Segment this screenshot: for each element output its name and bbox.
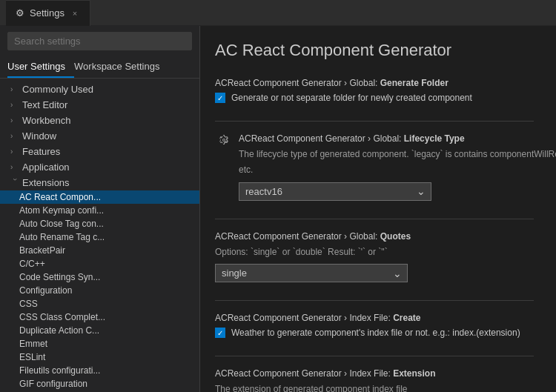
nav-item-extensions[interactable]: › Extensions	[0, 175, 199, 190]
search-input[interactable]	[7, 32, 192, 50]
sidebar: User Settings Workspace Settings › Commo…	[0, 26, 200, 392]
arrow-icon: ›	[10, 85, 19, 93]
checkbox-generate-folder[interactable]	[215, 93, 225, 103]
main-layout: User Settings Workspace Settings › Commo…	[0, 26, 556, 392]
arrow-icon: ›	[10, 163, 19, 171]
settings-tabs: User Settings Workspace Settings	[0, 56, 199, 79]
setting-desc-lifecycle: The lifecycle type of generated componen…	[239, 148, 556, 161]
nav-item-window[interactable]: › Window	[0, 128, 199, 144]
checkbox-row-generate-folder: Generate or not separate folder for newl…	[215, 93, 534, 103]
setting-desc-lifecycle-suffix: etc.	[239, 164, 556, 176]
tab-user-settings[interactable]: User Settings	[7, 56, 74, 78]
divider-4	[215, 356, 534, 356]
checkbox-index-create[interactable]	[215, 328, 225, 338]
ext-configuration[interactable]: Configuration	[0, 284, 199, 297]
gear-icon	[215, 133, 233, 147]
setting-index-extension: ACReact Component Generator › Index File…	[215, 368, 534, 392]
settings-tab[interactable]: ⚙ Settings ×	[6, 0, 90, 26]
ext-duplicate-action[interactable]: Duplicate Action C...	[0, 324, 199, 337]
divider-2	[215, 219, 534, 219]
arrow-icon: ›	[10, 101, 19, 109]
setting-quotes: ACReact Component Generator › Global: Qu…	[215, 231, 534, 283]
ext-bracket-pair[interactable]: BracketPair	[0, 244, 199, 257]
checkbox-label-index-create: Weather to generate component's index fi…	[231, 328, 520, 338]
setting-header-generate-folder: ACReact Component Generator › Global: Ge…	[215, 78, 534, 88]
setting-index-create: ACReact Component Generator › Index File…	[215, 313, 534, 338]
extension-sub-items: AC React Compon... Atom Keymap confi... …	[0, 190, 199, 392]
setting-header-index-ext: ACReact Component Generator › Index File…	[215, 368, 534, 379]
ext-eslint[interactable]: ESLint	[0, 351, 199, 364]
nav-item-application[interactable]: › Application	[0, 159, 199, 175]
search-bar-container	[0, 26, 199, 56]
lifecycle-type-select[interactable]: reactv16 legacy	[239, 182, 431, 201]
arrow-icon: ›	[10, 132, 19, 140]
settings-tab-close[interactable]: ×	[69, 7, 81, 19]
setting-generate-folder: ACReact Component Generator › Global: Ge…	[215, 78, 534, 103]
lifecycle-type-content: ACReact Component Generator › Global: Li…	[239, 133, 556, 201]
ext-cpp[interactable]: C/C++	[0, 257, 199, 270]
divider-1	[215, 121, 534, 122]
ext-ac-react[interactable]: AC React Compon...	[0, 190, 199, 204]
settings-tab-label: Settings	[30, 7, 64, 19]
setting-header-quotes: ACReact Component Generator › Global: Qu…	[215, 231, 534, 242]
setting-desc-quotes: Options: `single` or `double` Result: `'…	[215, 246, 534, 259]
ext-auto-close-tag[interactable]: Auto Close Tag con...	[0, 217, 199, 230]
quotes-select[interactable]: single double	[215, 264, 408, 282]
nav-item-commonly-used[interactable]: › Commonly Used	[0, 82, 199, 97]
content-area: AC React Component Generator ACReact Com…	[200, 26, 556, 392]
quotes-select-wrapper: single double	[215, 264, 408, 282]
checkbox-row-index-create: Weather to generate component's index fi…	[215, 328, 534, 338]
setting-lifecycle-type: ACReact Component Generator › Global: Li…	[215, 133, 534, 201]
divider-3	[215, 300, 534, 301]
ext-code-settings-sync[interactable]: Code Settings Syn...	[0, 270, 199, 284]
checkbox-label-generate-folder: Generate or not separate folder for newl…	[231, 93, 472, 103]
ext-atom-keymap[interactable]: Atom Keymap confi...	[0, 204, 199, 217]
nav-item-features[interactable]: › Features	[0, 144, 199, 159]
ext-fileutils[interactable]: Fileutils configurati...	[0, 364, 199, 377]
ext-emmet[interactable]: Emmet	[0, 337, 199, 351]
ext-auto-rename-tag[interactable]: Auto Rename Tag c...	[0, 230, 199, 244]
settings-tab-icon: ⚙	[15, 8, 25, 19]
setting-header-index-create: ACReact Component Generator › Index File…	[215, 313, 534, 323]
arrow-icon: ›	[11, 179, 19, 187]
setting-desc-index-ext: The extension of generated component ind…	[215, 383, 534, 392]
page-title: AC React Component Generator	[215, 41, 534, 60]
arrow-icon: ›	[10, 116, 19, 124]
nav-item-workbench[interactable]: › Workbench	[0, 113, 199, 128]
arrow-icon: ›	[10, 147, 19, 156]
lifecycle-type-row: ACReact Component Generator › Global: Li…	[215, 133, 534, 201]
nav-item-text-editor[interactable]: › Text Editor	[0, 97, 199, 113]
tab-workspace-settings[interactable]: Workspace Settings	[74, 56, 168, 78]
nav-list: › Commonly Used › Text Editor › Workbenc…	[0, 79, 199, 392]
ext-css[interactable]: CSS	[0, 297, 199, 310]
ext-css-class-complete[interactable]: CSS Class Complet...	[0, 310, 199, 324]
ext-gif-config[interactable]: GIF configuration	[0, 377, 199, 391]
lifecycle-select-wrapper: reactv16 legacy	[239, 182, 431, 201]
setting-header-lifecycle: ACReact Component Generator › Global: Li…	[239, 133, 556, 144]
tab-bar: ⚙ Settings ×	[0, 0, 556, 26]
